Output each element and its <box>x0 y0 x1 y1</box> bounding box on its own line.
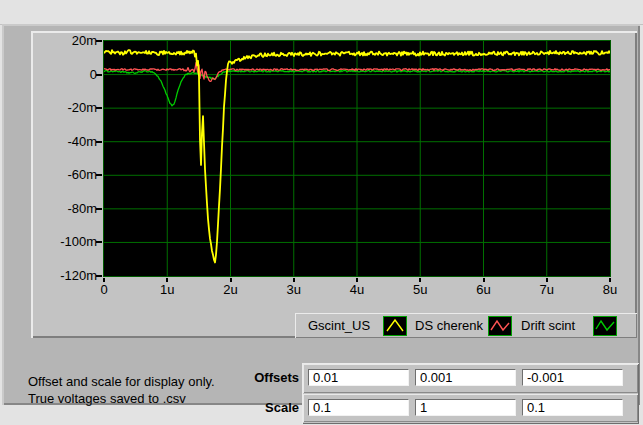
offset-input-gscint[interactable] <box>308 369 409 386</box>
y-axis-tick-mark <box>96 174 102 176</box>
display-note: Offset and scale for display only. True … <box>28 373 215 407</box>
plot-legend: Gscint_US DS cherenk Drift scint <box>295 313 637 338</box>
legend-item-ds-cherenk[interactable]: DS cherenk <box>415 313 512 338</box>
scale-input-drift[interactable] <box>522 399 623 416</box>
y-axis-tick-mark <box>96 241 102 243</box>
y-axis-tick-mark <box>96 40 102 42</box>
y-axis-tick-label: -80m <box>55 201 97 217</box>
y-axis-tick-label: 20m <box>55 33 97 49</box>
x-axis-tick-mark <box>419 278 421 282</box>
ds-cherenk-sample-icon[interactable] <box>488 316 512 336</box>
legend-label: Drift scint <box>521 318 593 333</box>
y-axis-tick-mark <box>96 74 102 76</box>
x-axis-tick-mark <box>230 278 232 282</box>
offset-input-cherenk[interactable] <box>415 369 516 386</box>
x-axis-tick-label: 0 <box>87 282 121 298</box>
x-axis-tick-mark <box>293 278 295 282</box>
drift-scint-sample-icon[interactable] <box>593 316 617 336</box>
legend-item-gscint-us[interactable]: Gscint_US <box>308 313 407 338</box>
y-axis-tick-label: 0 <box>55 67 97 83</box>
y-axis-tick-label: -40m <box>55 134 97 150</box>
x-axis-tick-label: 2u <box>214 282 248 298</box>
scale-input-cherenk[interactable] <box>415 399 516 416</box>
window-top-strip <box>0 0 643 25</box>
legend-item-drift-scint[interactable]: Drift scint <box>521 313 617 338</box>
x-axis-tick-mark <box>483 278 485 282</box>
offsets-row <box>303 364 638 393</box>
x-axis-tick-mark <box>546 278 548 282</box>
y-axis-tick-label: -20m <box>55 100 97 116</box>
scale-input-gscint[interactable] <box>308 399 409 416</box>
x-axis-tick-mark <box>356 278 358 282</box>
scale-row <box>303 394 638 422</box>
note-line-1: Offset and scale for display only. <box>28 373 215 390</box>
y-axis-tick-mark <box>96 107 102 109</box>
waveform-plot[interactable] <box>103 40 611 277</box>
x-axis-tick-label: 6u <box>467 282 501 298</box>
x-axis-tick-label: 4u <box>340 282 374 298</box>
x-axis-tick-mark <box>166 278 168 282</box>
legend-label: Gscint_US <box>308 318 383 333</box>
x-axis-tick-label: 3u <box>277 282 311 298</box>
front-panel: Offset and scale for display only. True … <box>0 0 643 425</box>
y-axis-tick-mark <box>96 275 102 277</box>
waveform-traces <box>104 41 610 276</box>
x-axis-tick-label: 1u <box>150 282 184 298</box>
x-axis-tick-label: 7u <box>530 282 564 298</box>
x-axis-tick-mark <box>103 278 105 282</box>
y-axis-tick-label: -100m <box>55 234 97 250</box>
offsets-row-label: Offsets <box>207 363 299 393</box>
x-axis-tick-label: 5u <box>403 282 437 298</box>
y-axis-tick-mark <box>96 208 102 210</box>
legend-label: DS cherenk <box>415 318 488 333</box>
y-axis-tick-mark <box>96 141 102 143</box>
scale-row-label: Scale <box>207 393 299 423</box>
offset-scale-controls <box>302 363 639 424</box>
y-axis-tick-label: -60m <box>55 167 97 183</box>
gscint-us-sample-icon[interactable] <box>383 316 407 336</box>
offset-input-drift[interactable] <box>522 369 623 386</box>
note-line-2: True voltages saved to .csv <box>28 390 215 407</box>
x-axis-tick-label: 8u <box>593 282 627 298</box>
x-axis-tick-mark <box>609 278 611 282</box>
